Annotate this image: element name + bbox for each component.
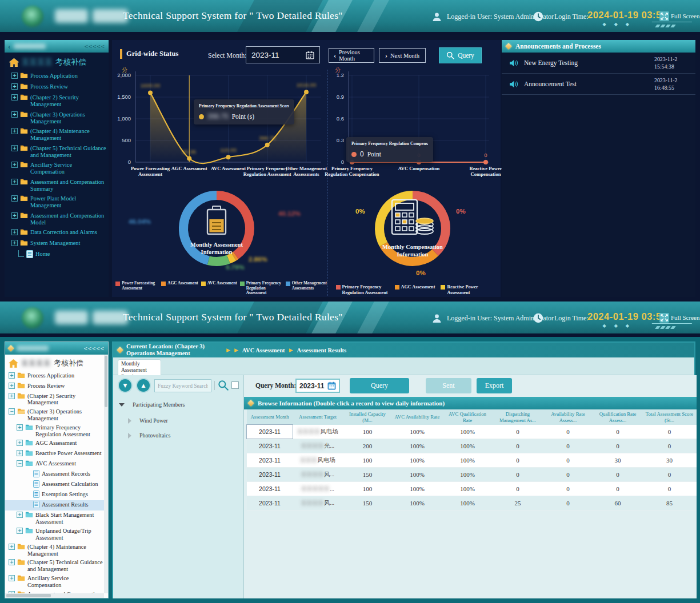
collapse-arrows[interactable]: <<<<<: [84, 345, 105, 352]
sidebar-item[interactable]: +(Chapter 2) Security Management: [5, 391, 104, 407]
expand-icon[interactable]: +: [11, 212, 18, 219]
expand-icon[interactable]: +: [11, 195, 18, 202]
vertical-scrollbar[interactable]: [104, 355, 108, 593]
fullscreen-button[interactable]: Full Screen: [671, 314, 699, 321]
legend-item[interactable]: Power Forecasting Assessment: [115, 281, 158, 296]
sidebar-item[interactable]: +Reactive Power Assessment: [5, 449, 104, 459]
fullscreen-button[interactable]: Full Screen: [671, 13, 699, 19]
next-month-button[interactable]: › Next Month: [379, 48, 426, 63]
sidebar-item[interactable]: +(Chapter 3) Operations Management: [5, 110, 109, 127]
expand-icon[interactable]: +: [17, 450, 23, 456]
expand-icon[interactable]: +: [11, 240, 18, 246]
sidebar-item[interactable]: Exemption Settings: [5, 490, 104, 500]
legend-item[interactable]: Primary Frequency Regulation Assessment: [240, 281, 283, 296]
sidebar-item[interactable]: +Assessment and Compensation Summary: [5, 177, 109, 194]
column-header[interactable]: Assessment Target: [293, 409, 343, 425]
table-row[interactable]: 2023-11某某某某风电场100100%100%0000: [247, 425, 697, 439]
expand-icon[interactable]: +: [9, 575, 15, 581]
expand-icon[interactable]: +: [9, 372, 15, 379]
sidebar-item[interactable]: Assessment Calculation: [5, 480, 104, 490]
expand-icon[interactable]: +: [17, 512, 23, 518]
expand-icon[interactable]: +: [9, 393, 15, 399]
calendar-icon[interactable]: [327, 381, 336, 390]
sidebar-item[interactable]: +Ancillary Service Compensation: [5, 574, 104, 590]
expand-icon[interactable]: +: [9, 559, 15, 565]
expand-icon[interactable]: +: [11, 83, 18, 90]
sidebar-item[interactable]: +Process Application: [5, 371, 104, 381]
expand-icon[interactable]: +: [17, 440, 23, 446]
expand-icon[interactable]: +: [17, 424, 23, 431]
export-button[interactable]: Export: [477, 378, 512, 393]
column-header[interactable]: Total Assessment Score (St...: [642, 409, 697, 425]
expand-icon[interactable]: +: [9, 544, 15, 550]
sidebar-item[interactable]: +Power Plant Model Management: [5, 194, 109, 211]
expand-icon[interactable]: +: [11, 162, 18, 168]
previous-month-button[interactable]: ‹ Previous Month: [329, 48, 374, 63]
query-button[interactable]: Query: [439, 47, 482, 63]
legend-item[interactable]: AGC Assessment: [395, 284, 435, 296]
search-input[interactable]: [154, 379, 211, 392]
collapse-all-button[interactable]: ▲: [136, 378, 151, 393]
expand-icon[interactable]: +: [11, 111, 18, 118]
expand-icon[interactable]: +: [11, 73, 18, 79]
column-header[interactable]: AVC Availability Rate: [392, 409, 442, 425]
table-row[interactable]: 2023-11某某某某某...100100%100%0000: [247, 482, 697, 496]
sidebar-item[interactable]: Assessment Records: [5, 469, 104, 480]
sidebar-item[interactable]: +Process Review: [5, 381, 104, 391]
announcement-item[interactable]: Announcement Test2023-11-216:48:55: [502, 74, 695, 95]
expand-icon[interactable]: +: [9, 383, 15, 389]
expand-icon[interactable]: −: [17, 460, 23, 467]
collapse-arrows[interactable]: <<<<<: [85, 43, 105, 50]
sidebar-item[interactable]: +(Chapter 2) Security Management: [5, 93, 109, 110]
sidebar-item[interactable]: +(Chapter 5) Technical Guidance and Mana…: [5, 143, 109, 160]
sidebar-item[interactable]: +Process Review: [5, 82, 109, 93]
caret-right-icon[interactable]: [128, 418, 131, 424]
column-header[interactable]: Assessment Month: [247, 409, 293, 425]
sidebar-item-home[interactable]: Home: [5, 249, 109, 260]
expand-icon[interactable]: +: [11, 94, 18, 100]
breadcrumb-item[interactable]: AVC Assessment: [242, 347, 285, 353]
sidebar-root-node[interactable]: 某某某某 考核补偿: [5, 355, 104, 371]
caret-right-icon[interactable]: [128, 433, 131, 439]
members-child-node[interactable]: Photovoltaics: [128, 432, 170, 439]
table-row[interactable]: 2023-11某某某风电场100100%100%003030: [247, 453, 697, 468]
sidebar-item[interactable]: +Process Application: [5, 71, 109, 82]
column-header[interactable]: Dispatching Management As...: [493, 409, 543, 425]
sidebar-item[interactable]: −(Chapter 3) Operations Management: [5, 407, 104, 423]
expand-icon[interactable]: +: [17, 528, 23, 534]
column-header[interactable]: Installed Capacity (M...: [343, 409, 392, 425]
legend-item[interactable]: AGC Assessment: [161, 281, 198, 296]
sent-button[interactable]: Sent: [426, 378, 471, 393]
expand-icon[interactable]: −: [9, 408, 15, 415]
checkbox[interactable]: [231, 381, 239, 389]
sidebar-item[interactable]: +Assessment and Compensation Summary: [5, 589, 104, 593]
sidebar-item[interactable]: +AGC Assessment: [5, 439, 104, 449]
members-root-node[interactable]: Participating Members: [119, 401, 185, 408]
sidebar-item[interactable]: +(Chapter 4) Maintenance Management: [5, 126, 109, 143]
calendar-icon[interactable]: [306, 51, 314, 59]
expand-icon[interactable]: +: [11, 179, 18, 185]
expand-all-button[interactable]: ▼: [118, 378, 133, 393]
table-row[interactable]: 2023-11某某某某风...150100%100%0000: [247, 468, 697, 482]
fullscreen-icon[interactable]: [659, 313, 669, 323]
sidebar-item[interactable]: +Primary Frequency Regulation Assessment: [5, 423, 104, 439]
legend-item[interactable]: AVC Assessment: [201, 281, 237, 296]
caret-down-icon[interactable]: [119, 403, 125, 407]
sidebar-item[interactable]: +Ancillary Service Compensation: [5, 160, 109, 177]
column-header[interactable]: Qualification Rate Assess...: [593, 409, 642, 425]
legend-item[interactable]: Reactive Power Assessment: [441, 284, 494, 296]
column-header[interactable]: Availability Rate Assess...: [543, 409, 593, 425]
sidebar-item[interactable]: Assessment Results: [5, 500, 104, 510]
legend-item[interactable]: Primary Frequency Regulation Assessment: [336, 284, 389, 296]
table-row[interactable]: 2023-11某某某某风...150100%100%2506085: [247, 496, 697, 510]
sidebar-item[interactable]: +Data Correction and Alarms: [5, 227, 109, 238]
tab-monthly-assessment-results[interactable]: Monthly Assessment Results: [118, 359, 161, 375]
fullscreen-icon[interactable]: [659, 11, 669, 21]
expand-icon[interactable]: +: [11, 145, 18, 151]
column-header[interactable]: AVC Qualification Rate: [442, 409, 493, 425]
sidebar-item[interactable]: +System Management: [5, 238, 109, 249]
table-row[interactable]: 2023-11某某某某光...200100%100%0000: [247, 439, 697, 453]
sidebar-item[interactable]: −AVC Assessment: [5, 459, 104, 469]
sidebar-item[interactable]: +(Chapter 4) Maintenance Management: [5, 542, 104, 558]
query-month-input[interactable]: 2023-11: [295, 379, 340, 393]
